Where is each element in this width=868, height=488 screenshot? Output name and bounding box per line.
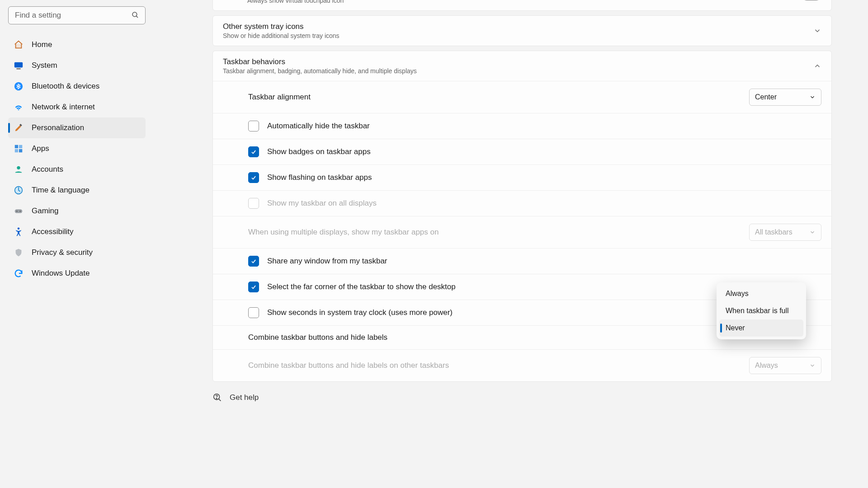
help-icon — [212, 393, 222, 403]
svg-point-14 — [19, 211, 20, 211]
sidebar-item-accessibility[interactable]: Accessibility — [8, 221, 146, 242]
paintbrush-icon — [14, 123, 24, 133]
sidebar-item-label: Home — [32, 40, 52, 49]
chevron-down-icon — [809, 362, 816, 369]
combine-popup: Always When taskbar is full Never — [717, 282, 806, 339]
sidebar-item-label: System — [32, 61, 57, 70]
svg-point-20 — [216, 398, 217, 399]
sidebar: Home System Bluetooth & devices Network … — [0, 0, 154, 488]
behaviors-body: Taskbar alignment Center Automatically h… — [213, 81, 831, 381]
sidebar-item-label: Windows Update — [32, 269, 90, 278]
svg-point-10 — [17, 166, 20, 169]
sidebar-item-system[interactable]: System — [8, 55, 146, 76]
sidebar-item-gaming[interactable]: Gaming — [8, 201, 146, 221]
checkbox — [248, 198, 259, 209]
checkbox[interactable] — [248, 282, 259, 292]
card-taskbar-behaviors: Taskbar behaviors Taskbar alignment, bad… — [212, 51, 832, 382]
dropdown-value: Always — [755, 361, 778, 370]
row-label: Combine taskbar buttons and hide labels … — [248, 361, 749, 370]
card-other-tray-icons[interactable]: Other system tray icons Show or hide add… — [212, 15, 832, 46]
checkbox[interactable] — [248, 256, 259, 267]
sidebar-item-bluetooth[interactable]: Bluetooth & devices — [8, 76, 146, 97]
sidebar-item-label: Accessibility — [32, 227, 74, 236]
row-show-flashing[interactable]: Show flashing on taskbar apps — [213, 164, 831, 190]
chevron-down-icon — [809, 229, 816, 235]
sidebar-item-home[interactable]: Home — [8, 34, 146, 55]
home-icon — [14, 40, 24, 50]
link-label: Get help — [230, 393, 259, 402]
sidebar-item-label: Apps — [32, 144, 49, 153]
dropdown-alignment[interactable]: Center — [749, 89, 821, 106]
row-label: Share any window from my taskbar — [267, 257, 821, 266]
row-subtitle: Always show virtual touchpad icon — [247, 0, 786, 4]
main: Virtual touchpad Always show virtual tou… — [154, 0, 868, 488]
dropdown-value: Center — [755, 93, 777, 101]
behaviors-header-row[interactable]: Taskbar behaviors Taskbar alignment, bad… — [213, 51, 831, 81]
checkbox[interactable] — [248, 307, 259, 318]
row-auto-hide[interactable]: Automatically hide the taskbar — [213, 113, 831, 139]
wifi-icon — [14, 102, 24, 112]
accessibility-icon — [14, 227, 24, 237]
svg-point-15 — [18, 227, 20, 230]
shield-icon — [14, 248, 24, 258]
row-subtitle: Taskbar alignment, badging, automaticall… — [223, 67, 808, 75]
row-label: Taskbar alignment — [248, 93, 749, 102]
sidebar-item-privacy[interactable]: Privacy & security — [8, 242, 146, 263]
touchpad-icon — [223, 0, 236, 2]
sidebar-item-time-language[interactable]: Time & language — [8, 180, 146, 201]
toggle-switch[interactable] — [802, 0, 821, 0]
update-icon — [14, 268, 24, 278]
sidebar-item-windows-update[interactable]: Windows Update — [8, 263, 146, 284]
svg-rect-2 — [14, 62, 23, 68]
bluetooth-icon — [14, 81, 24, 91]
popup-option-always[interactable]: Always — [719, 285, 803, 302]
row-multi-displays-apps: When using multiple displays, show my ta… — [213, 216, 831, 248]
svg-rect-6 — [15, 145, 18, 148]
checkbox[interactable] — [248, 146, 259, 157]
sidebar-item-label: Personalization — [32, 123, 84, 132]
dropdown-value: All taskbars — [755, 228, 793, 236]
checkbox[interactable] — [248, 172, 259, 183]
sidebar-item-accounts[interactable]: Accounts — [8, 159, 146, 180]
get-help-link[interactable]: Get help — [212, 393, 832, 403]
row-show-badges[interactable]: Show badges on taskbar apps — [213, 139, 831, 164]
nav-list: Home System Bluetooth & devices Network … — [0, 34, 154, 284]
svg-rect-8 — [15, 149, 18, 152]
svg-rect-3 — [16, 68, 20, 69]
sidebar-item-label: Bluetooth & devices — [32, 82, 99, 91]
row-combine-buttons: Combine taskbar buttons and hide labels … — [213, 325, 831, 349]
sidebar-item-label: Time & language — [32, 186, 90, 195]
svg-rect-12 — [15, 209, 23, 213]
svg-point-0 — [132, 12, 137, 17]
system-icon — [14, 61, 24, 70]
search-icon — [131, 11, 139, 19]
chevron-down-icon — [813, 27, 821, 35]
row-label: Show badges on taskbar apps — [267, 147, 821, 156]
sidebar-item-network[interactable]: Network & internet — [8, 97, 146, 117]
sidebar-item-personalization[interactable]: Personalization — [8, 117, 146, 138]
footer-links: Get help — [212, 393, 832, 403]
row-title: Other system tray icons — [223, 22, 808, 31]
search-input[interactable] — [8, 6, 146, 24]
chevron-up-icon — [813, 62, 821, 70]
checkbox[interactable] — [248, 121, 259, 131]
card-virtual-touchpad[interactable]: Virtual touchpad Always show virtual tou… — [212, 0, 832, 11]
svg-rect-7 — [19, 145, 22, 148]
popup-option-never[interactable]: Never — [719, 319, 803, 337]
clock-globe-icon — [14, 185, 24, 195]
apps-icon — [14, 144, 24, 154]
dropdown-combine-other: Always — [749, 357, 821, 374]
dropdown-multi-displays: All taskbars — [749, 224, 821, 241]
person-icon — [14, 164, 24, 174]
sidebar-item-label: Gaming — [32, 206, 59, 216]
svg-line-1 — [136, 16, 138, 18]
sidebar-item-apps[interactable]: Apps — [8, 138, 146, 159]
row-label: Show my taskbar on all displays — [267, 199, 821, 208]
svg-rect-9 — [19, 149, 22, 152]
row-subtitle: Show or hide additional system tray icon… — [223, 32, 808, 39]
search-wrap — [8, 6, 146, 24]
row-taskbar-alignment: Taskbar alignment Center — [213, 81, 831, 113]
sidebar-item-label: Network & internet — [32, 103, 95, 112]
row-share-window[interactable]: Share any window from my taskbar — [213, 248, 831, 274]
popup-option-when-full[interactable]: When taskbar is full — [719, 302, 803, 319]
